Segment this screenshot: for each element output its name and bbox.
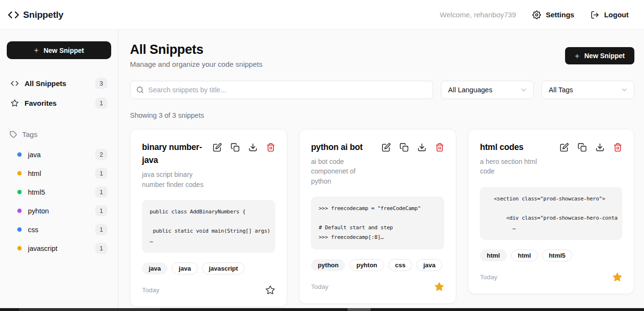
code-preview: <section class="prod-showcase-hero"> <di… — [480, 187, 622, 240]
tags-section-header: Tags — [10, 130, 111, 138]
sidebar-new-snippet-button[interactable]: + New Snippet — [7, 41, 111, 59]
edit-button[interactable] — [382, 143, 391, 152]
star-icon — [265, 285, 275, 295]
download-icon — [417, 143, 426, 152]
favorites-count: 1 — [95, 98, 107, 109]
settings-button[interactable]: Settings — [532, 11, 574, 19]
snippet-tag-pill: pyhton — [349, 259, 384, 271]
top-header: Snippetly Welcome, rehanboy739 Settings … — [0, 0, 644, 30]
search-input[interactable] — [148, 86, 427, 94]
snippet-date: Today — [480, 274, 497, 281]
logout-button[interactable]: Logout — [591, 11, 629, 19]
snippet-card: python ai bot ai bot code componenet of … — [299, 129, 456, 304]
favorite-toggle[interactable] — [434, 282, 444, 292]
snippet-tag-pill: html — [480, 249, 506, 261]
snippet-tag-pill: java — [416, 259, 442, 271]
copy-button[interactable] — [399, 143, 409, 152]
snippet-description: ai bot code componenet of python — [311, 157, 379, 186]
new-snippet-button[interactable]: + New Snippet — [565, 47, 634, 64]
tag-icon — [10, 131, 17, 138]
chevron-down-icon — [520, 86, 528, 94]
snippet-date: Today — [311, 283, 328, 290]
search-box — [130, 81, 433, 99]
edit-icon — [382, 143, 391, 152]
snippet-tag-pill: html — [511, 249, 538, 261]
snippet-date: Today — [142, 286, 159, 294]
copy-icon — [231, 143, 240, 152]
all-snippets-count: 3 — [95, 78, 107, 89]
delete-button[interactable] — [613, 143, 622, 152]
sidebar-tag-item[interactable]: java 2 — [7, 145, 111, 164]
delete-button[interactable] — [266, 143, 275, 152]
new-snippet-label: New Snippet — [43, 47, 84, 54]
tag-label: pyhton — [28, 207, 89, 215]
code-brackets-icon — [8, 9, 19, 21]
snippet-card: html codes a hero section html code <sec… — [468, 129, 634, 294]
tag-color-dot — [17, 246, 22, 250]
download-button[interactable] — [248, 143, 258, 152]
snippet-description: a hero section html code — [480, 157, 557, 176]
trash-icon — [435, 143, 444, 152]
plus-icon: + — [34, 46, 39, 54]
sidebar-tag-item[interactable]: javascript 1 — [7, 239, 111, 258]
tag-count: 1 — [95, 187, 107, 198]
copy-button[interactable] — [578, 143, 587, 152]
new-snippet-label: New Snippet — [584, 52, 625, 60]
favorite-toggle[interactable] — [612, 272, 622, 282]
snippet-tags: htmlhtmlhtml5 — [480, 249, 622, 261]
tag-color-dot — [17, 227, 22, 232]
tag-count: 2 — [95, 149, 107, 160]
download-button[interactable] — [417, 143, 426, 152]
app-title: Snippetly — [23, 10, 64, 20]
tag-label: html — [28, 170, 89, 177]
code-preview: >>> freecodecamp = "freeCodeCamp" # Defa… — [311, 197, 444, 249]
delete-button[interactable] — [435, 143, 444, 152]
copy-icon — [399, 143, 409, 152]
sidebar-item-all-snippets[interactable]: All Snippets 3 — [7, 74, 111, 93]
download-button[interactable] — [595, 143, 605, 152]
tag-count: 1 — [95, 168, 107, 179]
code-brackets-icon — [11, 79, 19, 87]
snippet-tag-pill: java — [142, 262, 167, 274]
snippet-tag-pill: javascript — [202, 262, 245, 274]
snippet-title: python ai bot — [311, 141, 379, 154]
copy-button[interactable] — [231, 143, 240, 152]
snippet-tags: javajavajavascript — [142, 262, 275, 274]
sidebar-tag-item[interactable]: pyhton 1 — [7, 201, 111, 220]
sidebar-tag-item[interactable]: html5 1 — [7, 183, 111, 201]
sidebar-tag-item[interactable]: html 1 — [7, 164, 111, 183]
tag-color-dot — [17, 209, 22, 213]
tag-count: 1 — [95, 224, 107, 235]
language-filter-select[interactable]: All Languages — [441, 81, 534, 99]
star-icon — [434, 282, 444, 292]
edit-button[interactable] — [213, 143, 222, 152]
tag-color-dot — [17, 171, 22, 175]
snippet-tag-pill: python — [311, 259, 345, 271]
page-subtitle: Manage and organize your code snippets — [130, 60, 262, 68]
snippet-title: binary number-java — [142, 141, 210, 167]
favorite-toggle[interactable] — [265, 285, 275, 295]
sidebar: + New Snippet All Snippets 3 Favorites 1… — [0, 30, 118, 308]
chevron-down-icon — [620, 86, 628, 94]
snippet-grid: binary number-java java script binary nu… — [130, 129, 634, 308]
sidebar-tag-item[interactable]: css 1 — [7, 220, 111, 239]
tag-filter-select[interactable]: All Tags — [541, 81, 634, 99]
edit-button[interactable] — [560, 143, 569, 152]
settings-label: Settings — [546, 11, 574, 19]
page-title: All Snippets — [130, 42, 262, 57]
tag-label: javascript — [28, 245, 89, 252]
horizontal-scrollbar[interactable] — [0, 308, 644, 311]
scrollbar-thumb[interactable] — [19, 308, 160, 311]
sidebar-item-favorites[interactable]: Favorites 1 — [7, 93, 111, 113]
scrollbar-thumb[interactable] — [348, 308, 371, 311]
tag-color-dot — [17, 190, 22, 194]
app-logo: Snippetly — [8, 9, 64, 21]
edit-icon — [213, 143, 222, 152]
language-filter-value: All Languages — [448, 86, 492, 94]
tags-title: Tags — [22, 130, 38, 138]
results-summary: Showing 3 of 3 snippets — [130, 112, 634, 119]
copy-icon — [578, 143, 587, 152]
trash-icon — [613, 143, 622, 152]
welcome-text: Welcome, rehanboy739 — [440, 11, 516, 19]
star-icon — [11, 99, 19, 107]
